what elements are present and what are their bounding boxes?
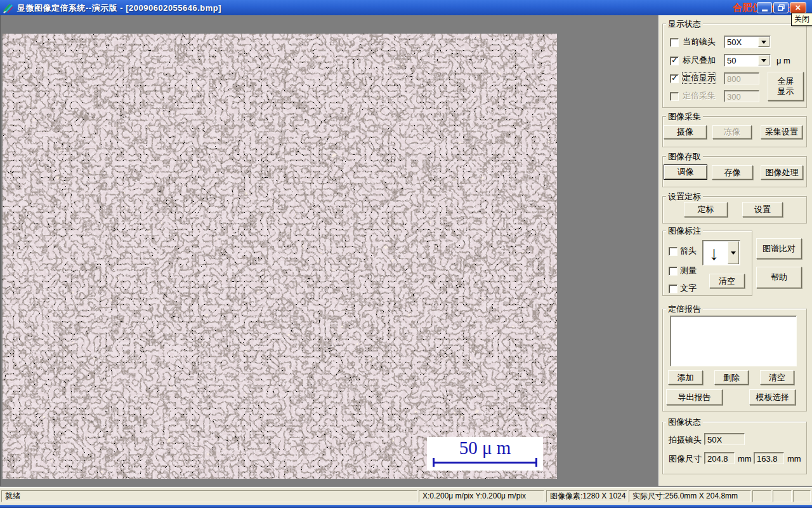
status-pixel-scale: X:0.200μ m/pix Y:0.200μ m/pix <box>419 490 544 502</box>
paint-brush-icon <box>3 2 14 13</box>
status-empty-1 <box>752 490 771 502</box>
check-icon: ✓ <box>671 74 678 83</box>
micrograph-image[interactable]: 50 μ m <box>3 34 557 479</box>
restore-icon <box>778 4 785 11</box>
save-image-button[interactable]: 存像 <box>712 165 753 180</box>
scale-combo-value: 50 <box>727 56 736 65</box>
group-title: 定倍报告 <box>666 304 703 314</box>
capture-settings-button[interactable]: 采集设置 <box>761 125 802 139</box>
fixed-display-field: 800 <box>724 72 759 84</box>
checkbox-scale-overlay[interactable]: ✓ <box>670 57 679 65</box>
checkbox-current-lens[interactable] <box>670 38 679 47</box>
dropdown-arrow-icon <box>731 251 736 255</box>
label-scale-overlay: 标尺叠加 <box>683 55 716 65</box>
size-field-label: 图像尺寸 <box>669 454 702 464</box>
delete-button[interactable]: 删除 <box>714 370 749 385</box>
dropdown-arrow-icon <box>761 59 766 62</box>
arrow-checkbox[interactable] <box>669 247 678 256</box>
clear-annotation-button[interactable]: 清空 <box>709 274 745 288</box>
group-image-status: 图像状态 <box>662 422 807 474</box>
fullscreen-button[interactable]: 全屏 显示 <box>768 72 804 101</box>
close-icon: × <box>796 3 801 12</box>
micrograph-texture <box>3 34 557 479</box>
fullscreen-label-1: 全屏 <box>778 76 794 86</box>
scale-combo[interactable]: 50 <box>724 54 771 67</box>
minimize-button[interactable] <box>757 2 772 13</box>
label-current-lens: 当前镜头 <box>683 37 716 47</box>
report-listbox[interactable] <box>670 316 797 366</box>
status-empty-2 <box>773 490 792 502</box>
width-field: 204.8 <box>704 452 735 464</box>
group-title: 图像存取 <box>666 152 703 161</box>
dropdown-button[interactable] <box>758 37 769 47</box>
width-unit-label: mm <box>738 454 752 464</box>
status-ready: 就绪 <box>1 490 417 502</box>
help-button[interactable]: 帮助 <box>756 267 802 288</box>
lens-field: 50X <box>704 433 745 445</box>
export-report-button[interactable]: 导出报告 <box>666 389 723 405</box>
arrow-style-combo[interactable]: ↓ <box>702 240 740 265</box>
atlas-compare-button[interactable]: 图谱比对 <box>756 238 802 259</box>
application-window: 显微图像定倍系统--演示版 - [20090602055646.bmp] 合肥仪… <box>0 0 812 508</box>
status-empty-3 <box>793 490 811 502</box>
check-icon: ✓ <box>671 56 678 65</box>
dropdown-button[interactable] <box>758 55 769 65</box>
group-title: 设置定标 <box>666 192 703 201</box>
scale-bar-label: 50 μ m <box>427 438 543 458</box>
height-field: 163.8 <box>754 452 784 464</box>
group-title: 图像采集 <box>666 112 703 121</box>
calibrate-button[interactable]: 定标 <box>684 202 728 217</box>
mdi-background: 50 μ m <box>0 15 658 487</box>
label-fixed-capture: 定倍采集 <box>683 91 716 101</box>
status-actual-size: 实际尺寸:256.0mm X 204.8mm <box>629 490 751 502</box>
template-select-button[interactable]: 模板选择 <box>749 389 796 405</box>
label-fixed-display: 定倍显示 <box>683 73 716 83</box>
add-button[interactable]: 添加 <box>668 370 703 385</box>
window-title: 显微图像定倍系统--演示版 - [20090602055646.bmp] <box>17 3 221 14</box>
fixed-capture-field: 300 <box>724 90 759 102</box>
close-tooltip: 关闭 <box>791 13 812 26</box>
titlebar: 显微图像定倍系统--演示版 - [20090602055646.bmp] 合肥仪… <box>0 0 812 16</box>
height-unit-label: mm <box>787 454 801 464</box>
checkbox-fixed-display[interactable]: ✓ <box>670 74 679 83</box>
clear-report-button[interactable]: 清空 <box>760 370 794 385</box>
close-button[interactable]: × <box>790 2 806 13</box>
measure-checkbox-label: 测量 <box>680 265 697 276</box>
scale-bar-tick-left <box>433 458 435 467</box>
group-title: 图像标注 <box>666 226 703 236</box>
restore-button[interactable] <box>773 2 789 13</box>
group-title: 图像状态 <box>666 417 703 427</box>
dropdown-button[interactable] <box>728 241 739 264</box>
scale-bar-line <box>433 462 537 464</box>
scale-bar: 50 μ m <box>427 437 543 471</box>
window-bottom-border <box>0 505 812 508</box>
scale-unit-label: μ m <box>776 56 790 66</box>
checkbox-fixed-capture <box>670 92 679 101</box>
freeze-button: 冻像 <box>712 125 752 139</box>
settings-button[interactable]: 设置 <box>742 202 783 217</box>
arrow-checkbox-label: 箭头 <box>680 246 697 256</box>
load-image-button[interactable]: 调像 <box>664 164 707 180</box>
text-checkbox[interactable] <box>669 284 678 293</box>
status-image-pixels: 图像像素:1280 X 1024 <box>546 490 627 502</box>
dropdown-arrow-icon <box>761 41 766 44</box>
lens-combo-value: 50X <box>727 37 742 47</box>
lens-combo[interactable]: 50X <box>724 36 771 48</box>
group-title: 显示状态 <box>666 19 703 29</box>
fullscreen-label-2: 显示 <box>778 86 794 97</box>
capture-button[interactable]: 摄像 <box>664 125 707 139</box>
measure-checkbox[interactable] <box>669 267 678 276</box>
text-checkbox-label: 文字 <box>680 283 697 293</box>
down-arrow-icon: ↓ <box>709 242 719 265</box>
lens-field-label: 拍摄镜头 <box>669 435 702 445</box>
minimize-icon <box>762 10 768 11</box>
status-bar: 就绪 X:0.200μ m/pix Y:0.200μ m/pix 图像像素:12… <box>0 487 812 505</box>
scale-bar-tick-right <box>535 458 537 467</box>
image-process-button[interactable]: 图像处理 <box>761 165 803 180</box>
